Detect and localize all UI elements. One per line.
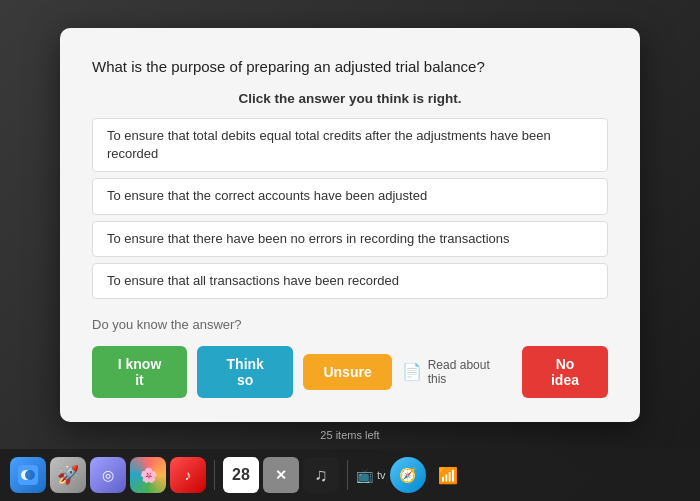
answer-option-4[interactable]: To ensure that all transactions have bee… [92,263,608,299]
answer-option-1[interactable]: To ensure that total debits equal total … [92,118,608,172]
answer-option-3[interactable]: To ensure that there have been no errors… [92,221,608,257]
tv-label: tv [377,469,386,481]
answer-options-list: To ensure that total debits equal total … [92,118,608,299]
svg-point-2 [25,470,35,480]
action-buttons: I know it Think so Unsure 📄 Read about t… [92,346,608,398]
read-about-link[interactable]: 📄 Read about this [402,358,502,386]
document-icon: 📄 [402,362,422,381]
appletv-icon[interactable]: 📺 tv [356,467,386,483]
taskbar-divider-1 [214,460,215,490]
finder-icon[interactable] [10,457,46,493]
launchpad-icon[interactable]: 🚀 [50,457,86,493]
tv-icon: 📺 [356,467,373,483]
instruction-text: Click the answer you think is right. [92,91,608,106]
taskbar: 🚀 ◎ 🌸 ♪ 28 ✕ ♫ 📺 tv 🧭 📶 [0,449,700,501]
close-icon[interactable]: ✕ [263,457,299,493]
thinkso-button[interactable]: Think so [197,346,293,398]
quiz-card: What is the purpose of preparing an adju… [60,28,640,422]
calendar-date: 28 [232,467,250,483]
do-you-know-label: Do you know the answer? [92,317,608,332]
safari-icon[interactable]: 🧭 [390,457,426,493]
music-note-icon[interactable]: ♫ [303,457,339,493]
question-text: What is the purpose of preparing an adju… [92,56,608,77]
answer-option-2[interactable]: To ensure that the correct accounts have… [92,178,608,214]
network-icon[interactable]: 📶 [430,457,466,493]
siri-icon[interactable]: ◎ [90,457,126,493]
music-icon[interactable]: ♪ [170,457,206,493]
photos-icon[interactable]: 🌸 [130,457,166,493]
read-about-label: Read about this [428,358,502,386]
items-left: 25 items left [320,429,379,441]
noidea-button[interactable]: No idea [522,346,608,398]
unsure-button[interactable]: Unsure [303,354,391,390]
iknow-button[interactable]: I know it [92,346,187,398]
calendar-icon[interactable]: 28 [223,457,259,493]
taskbar-divider-2 [347,460,348,490]
